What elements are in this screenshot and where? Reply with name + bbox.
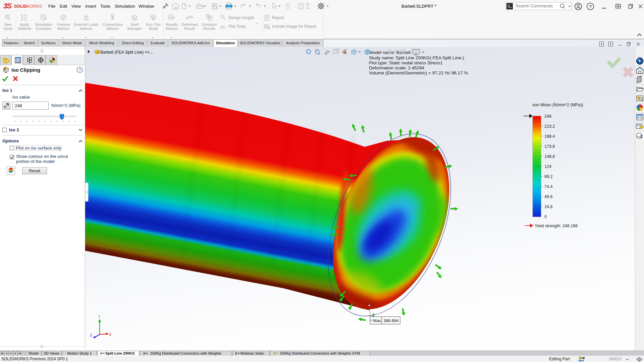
svg-text:24.8: 24.8 bbox=[544, 204, 552, 209]
svg-text:A: A bbox=[344, 51, 346, 55]
svg-text:X: X bbox=[109, 333, 112, 337]
svg-text:49.6: 49.6 bbox=[544, 194, 552, 199]
svg-text:74.4: 74.4 bbox=[544, 184, 552, 189]
svg-text:3S: 3S bbox=[3, 2, 12, 10]
svg-text:99.2: 99.2 bbox=[544, 174, 552, 179]
svg-text:0: 0 bbox=[544, 215, 547, 219]
svg-text:?: ? bbox=[79, 68, 82, 72]
svg-text:Volume (Element/Geometric) = 9: Volume (Element/Geometric) = 97.21 %/ 96… bbox=[369, 70, 468, 75]
svg-text:von Mises (N/mm^2 (MPa)): von Mises (N/mm^2 (MPa)) bbox=[532, 103, 583, 107]
svg-text:198.4: 198.4 bbox=[544, 134, 555, 139]
svg-text:Study name: Split Line 200KG(-: Study name: Split Line 200KG(-FEA Split … bbox=[369, 55, 464, 60]
svg-text:WORKS: WORKS bbox=[26, 4, 42, 9]
svg-text:?: ? bbox=[589, 4, 592, 9]
svg-text:Y: Y bbox=[98, 315, 101, 319]
svg-text:148.8: 148.8 bbox=[544, 154, 555, 159]
svg-text:248: 248 bbox=[544, 114, 551, 119]
svg-text:Yield strength: 248.168: Yield strength: 248.168 bbox=[535, 224, 578, 228]
svg-text:Deformation scale: 2.45294: Deformation scale: 2.45294 bbox=[369, 65, 425, 70]
svg-text:Barbell (FEA Split Line) <<...: Barbell (FEA Split Line) <<... bbox=[100, 50, 153, 55]
svg-text:388.684: 388.684 bbox=[383, 318, 398, 323]
svg-text:173.6: 173.6 bbox=[544, 144, 555, 149]
svg-text:Plot type: Static nodal stress: Plot type: Static nodal stress Stress1 bbox=[369, 60, 443, 65]
svg-text:124: 124 bbox=[544, 164, 551, 169]
svg-text:SOLID: SOLID bbox=[14, 4, 27, 9]
svg-text:!: ! bbox=[580, 357, 581, 359]
svg-text:223.2: 223.2 bbox=[544, 124, 555, 129]
svg-text:Max:: Max: bbox=[373, 318, 382, 323]
svg-text:Z: Z bbox=[90, 333, 92, 337]
